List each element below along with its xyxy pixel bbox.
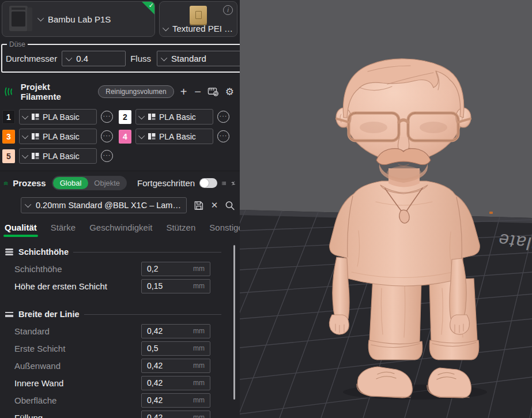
setting-row: Außenwand 0,42 mm [0, 357, 240, 374]
chevron-down-icon [22, 112, 28, 119]
filament-edit-button-3[interactable]: ··· [101, 130, 113, 142]
build-plate-selector-card[interactable]: i Textured PEI … [159, 1, 237, 37]
line-width-icon [5, 311, 14, 318]
flushing-volumes-button[interactable]: Reinigungsvolumen [98, 85, 173, 98]
setting-input[interactable]: 0,42 mm [141, 411, 210, 418]
ams-sync-icon[interactable] [207, 86, 219, 97]
unit-label: mm [193, 361, 205, 370]
setting-label: Füllung [14, 413, 141, 418]
advanced-toggle[interactable] [199, 178, 217, 188]
chevron-down-icon [138, 132, 145, 138]
filament-swatch-4[interactable]: 4 [119, 130, 131, 144]
nozzle-flow-select[interactable]: Standard [157, 51, 240, 66]
section-header-schichthoehe: Schichthöhe [0, 238, 240, 260]
filament-select-3[interactable]: PLA Basic [19, 129, 97, 144]
setting-input[interactable]: 0,42 mm [141, 393, 210, 408]
tab-qualitaet[interactable]: Qualität [5, 223, 37, 237]
tab-sonstige[interactable]: Sonstige [209, 223, 240, 237]
unit-label: mm [193, 413, 205, 418]
filament-edit-button-5[interactable]: ··· [101, 150, 113, 162]
setting-label: Innere Wand [14, 378, 141, 388]
filament-edit-button-4[interactable]: ··· [217, 130, 229, 142]
filament-edit-button-2[interactable]: ··· [217, 111, 229, 123]
tab-geschwindigkeit[interactable]: Geschwindigkeit [89, 223, 152, 237]
settings-scrollbar[interactable] [233, 245, 235, 400]
filament-brand-icon [32, 113, 39, 120]
chevron-down-icon [161, 54, 167, 61]
3d-viewport[interactable]: Plate [240, 0, 532, 418]
unit-label: mm [193, 344, 205, 352]
filament-section-header: Projekt Filamente Reinigungsvolumen + − … [0, 73, 240, 101]
process-scope-segmented: Global Objekte [52, 176, 127, 190]
setting-row: Oberfläche 0,42 mm [0, 391, 240, 409]
nozzle-diameter-select[interactable]: 0.4 [62, 51, 126, 66]
filament-swatch-3[interactable]: 3 [2, 130, 15, 144]
layer-height-icon [5, 248, 14, 256]
chevron-down-icon [22, 132, 28, 138]
filament-swatch-2[interactable]: 2 [119, 110, 131, 124]
unit-label: mm [193, 327, 205, 335]
filament-swatch-5[interactable]: 5 [2, 149, 15, 163]
setting-row: Schichthöhe 0,2 mm [0, 260, 240, 277]
remove-filament-button[interactable]: − [193, 86, 202, 97]
unit-label: mm [193, 396, 205, 404]
unit-label: mm [193, 379, 205, 387]
setting-label: Standard [14, 326, 141, 336]
filament-settings-gear-icon[interactable]: ⚙ [224, 87, 235, 97]
chevron-down-icon [37, 15, 44, 21]
tab-stuetzen[interactable]: Stützen [166, 223, 195, 237]
filament-select-4[interactable]: PLA Basic [135, 129, 213, 144]
printer-thumbnail [8, 5, 33, 33]
scope-objects-button[interactable]: Objekte [88, 177, 126, 189]
nozzle-fieldset: Düse Durchmesser 0.4 Fluss Standard [1, 40, 240, 73]
setting-input[interactable]: 0,15 mm [141, 279, 210, 293]
setting-row: Innere Wand 0,42 mm [0, 374, 240, 391]
filament-brand-icon [148, 133, 156, 140]
setting-row: Höhe der ersten Schicht 0,15 mm [0, 277, 240, 295]
setting-label: Erste Schicht [14, 344, 141, 353]
check-icon: ✓ [149, 2, 154, 9]
chevron-down-icon [25, 201, 31, 208]
sidebar-settings-panel: Bambu Lab P1S ✓ i Textured PEI … Düse Du… [0, 0, 240, 418]
parameter-list-icon[interactable] [222, 178, 226, 189]
scope-global-button[interactable]: Global [53, 177, 89, 189]
filament-edit-button-1[interactable]: ··· [101, 111, 113, 123]
process-layers-icon [3, 177, 8, 190]
filament-select-5[interactable]: PLA Basic [19, 148, 97, 164]
section-header-breite-der-linie: Breite der Linie [0, 295, 240, 322]
chevron-down-icon [138, 112, 145, 119]
setting-label: Höhe der ersten Schicht [14, 281, 141, 291]
add-filament-button[interactable]: + [179, 86, 188, 97]
setting-row: Erste Schicht 0,5 mm [0, 340, 240, 357]
search-icon[interactable] [225, 200, 235, 211]
unit-label: mm [193, 265, 205, 273]
setting-input[interactable]: 0,42 mm [141, 376, 210, 390]
tab-staerke[interactable]: Stärke [51, 223, 76, 237]
setting-row: Standard 0,42 mm [0, 322, 240, 340]
save-preset-icon[interactable] [194, 200, 204, 211]
settings-list: Schichthöhe Schichthöhe 0,2 mm Höhe der … [0, 237, 240, 418]
nozzle-diameter-value: 0.4 [76, 54, 88, 63]
filament-select-1[interactable]: PLA Basic [19, 109, 97, 125]
bambu-studio-window: Bambu Lab P1S ✓ i Textured PEI … Düse Du… [0, 0, 532, 418]
nozzle-legend: Düse [7, 40, 28, 48]
setting-input[interactable]: 0,42 mm [141, 324, 210, 338]
setting-input[interactable]: 0,42 mm [141, 359, 210, 373]
compare-presets-icon[interactable] [231, 178, 235, 189]
section-rule [84, 314, 221, 315]
setting-row: Füllung 0,42 mm [0, 409, 240, 418]
setting-input[interactable]: 0,5 mm [141, 341, 210, 356]
setting-label: Außenwand [14, 361, 141, 371]
filament-select-2[interactable]: PLA Basic [135, 109, 213, 125]
delete-preset-icon[interactable]: ✕ [211, 200, 218, 210]
3d-model-figurine[interactable] [318, 58, 503, 404]
process-section-title: Prozess [13, 178, 46, 188]
info-icon[interactable]: i [223, 5, 233, 15]
printer-selector-card[interactable]: Bambu Lab P1S ✓ [2, 1, 155, 37]
settings-tabs: Qualität Stärke Geschwindigkeit Stützen … [0, 213, 240, 237]
process-preset-select[interactable]: 0.20mm Standard @BBL X1C – Lam… [21, 197, 187, 213]
toggle-knob [200, 179, 209, 187]
filament-swatch-1[interactable]: 1 [2, 110, 15, 124]
setting-input[interactable]: 0,2 mm [141, 262, 210, 276]
printer-name: Bambu Lab P1S [48, 14, 111, 24]
